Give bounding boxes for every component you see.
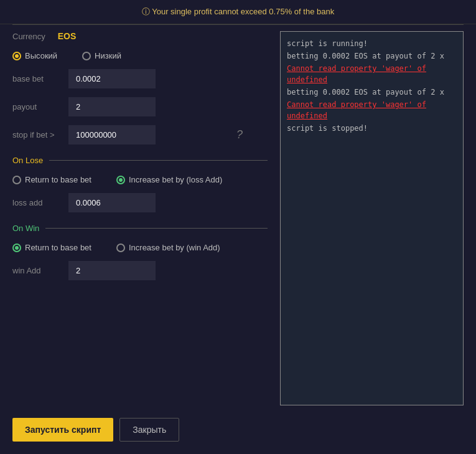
win-add-row: win Add (12, 261, 268, 280)
warning-text: Your single profit cannot exceed 0.75% o… (152, 7, 334, 16)
tooltip-question-mark: ? (236, 128, 243, 141)
top-warning-bar: ⓘ Your single profit cannot exceed 0.75%… (0, 0, 476, 24)
on-win-line (45, 228, 268, 229)
payout-input[interactable] (68, 97, 156, 116)
payout-label: payout (12, 102, 62, 111)
stop-if-bet-input[interactable] (68, 125, 156, 144)
on-win-return-circle (12, 244, 21, 252)
win-add-input[interactable] (68, 261, 156, 280)
stop-if-bet-label: stop if bet > (12, 130, 62, 140)
on-lose-increase-circle (116, 176, 125, 184)
main-content: Currency EOS Высокий Низкий base bet pay… (0, 25, 476, 412)
on-lose-title: On Lose (12, 156, 43, 165)
on-lose-line (49, 160, 268, 161)
radio-low-label: Низкий (95, 51, 121, 60)
on-lose-increase-label: Increase bet by (loss Add) (129, 175, 222, 184)
payout-row: payout (12, 97, 268, 116)
on-win-return-label: Return to base bet (25, 243, 91, 252)
base-bet-input[interactable] (68, 69, 156, 88)
log-line: Cannot read property 'wager' of undefine… (287, 63, 457, 85)
base-bet-label: base bet (12, 74, 62, 83)
on-win-return-radio[interactable]: Return to base bet (12, 243, 91, 252)
base-bet-row: base bet (12, 69, 268, 88)
on-win-increase-circle (116, 244, 125, 252)
on-win-header: On Win (12, 224, 268, 233)
warning-icon: ⓘ (142, 7, 152, 16)
currency-label: Currency (12, 32, 45, 41)
radio-high[interactable]: Высокий (12, 51, 57, 60)
on-lose-return-circle (12, 176, 21, 184)
on-win-title: On Win (12, 224, 39, 233)
loss-add-input[interactable] (68, 193, 156, 212)
stop-if-bet-row: stop if bet > ? (12, 125, 268, 144)
radio-low[interactable]: Низкий (82, 51, 121, 60)
currency-row: Currency EOS (12, 31, 268, 41)
on-lose-header: On Lose (12, 156, 268, 165)
bottom-buttons: Запустить скрипт Закрыть (0, 412, 192, 454)
log-panel: script is running!betting 0.0002 EOS at … (280, 31, 464, 405)
on-lose-radio-row: Return to base bet Increase bet by (loss… (12, 175, 268, 184)
log-line: script is stopped! (287, 123, 457, 134)
bet-type-row: Высокий Низкий (12, 51, 268, 60)
win-add-label: win Add (12, 266, 62, 275)
close-button[interactable]: Закрыть (119, 418, 179, 442)
on-lose-return-radio[interactable]: Return to base bet (12, 175, 91, 184)
on-lose-return-label: Return to base bet (25, 175, 91, 184)
on-win-increase-radio[interactable]: Increase bet by (win Add) (116, 243, 220, 252)
loss-add-label: loss add (12, 198, 62, 207)
log-line: betting 0.0002 EOS at payout of 2 x (287, 87, 457, 98)
radio-high-label: Высокий (25, 51, 57, 60)
log-line: Cannot read property 'wager' of undefine… (287, 99, 457, 121)
radio-low-circle (82, 52, 91, 60)
currency-value: EOS (58, 31, 77, 41)
log-line: betting 0.0002 EOS at payout of 2 x (287, 50, 457, 62)
left-panel: Currency EOS Высокий Низкий base bet pay… (12, 31, 268, 405)
on-win-radio-row: Return to base bet Increase bet by (win … (12, 243, 268, 252)
log-line: script is running! (287, 38, 457, 49)
on-win-increase-label: Increase bet by (win Add) (129, 243, 220, 252)
on-lose-increase-radio[interactable]: Increase bet by (loss Add) (116, 175, 222, 184)
radio-high-circle (12, 52, 21, 60)
run-script-button[interactable]: Запустить скрипт (12, 418, 113, 442)
loss-add-row: loss add (12, 193, 268, 212)
